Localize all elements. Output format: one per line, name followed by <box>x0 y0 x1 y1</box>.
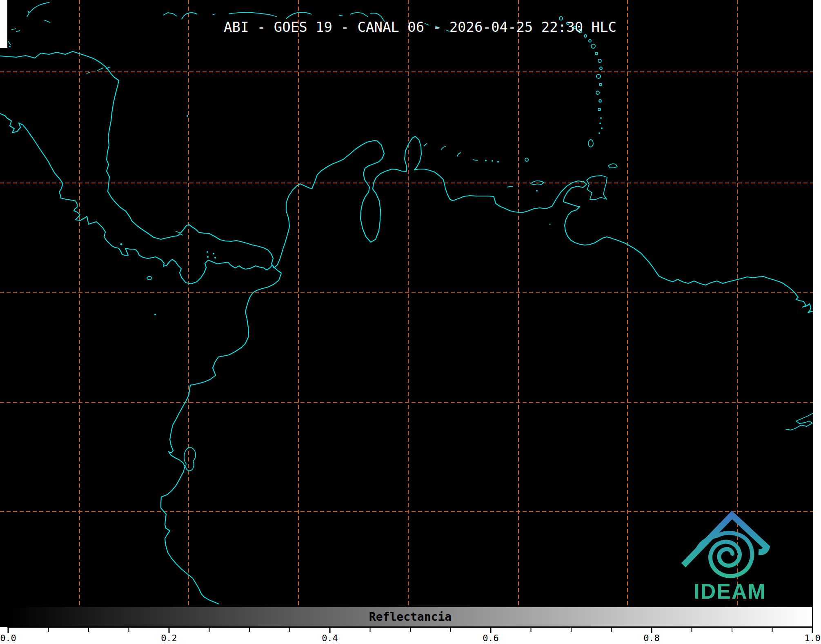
satellite-image-viewport: ABI - GOES 19 - CANAL 06 - 2026-04-25 22… <box>0 0 821 644</box>
colorbar-tick-label-2: 0.4 <box>322 633 338 643</box>
colorbar-tick-label-5: 1.0 <box>804 633 821 643</box>
nodata-strip-topleft <box>0 0 7 48</box>
logo-wordmark: IDEAM <box>694 579 766 603</box>
colorbar-tick-label-0: 0.0 <box>0 633 16 643</box>
nodata-strip-right <box>813 0 821 644</box>
colorbar-tick-label-1: 0.2 <box>161 633 177 643</box>
colorbar-title: Reflectancia <box>369 610 452 624</box>
satellite-map-canvas: ABI - GOES 19 - CANAL 06 - 2026-04-25 22… <box>0 0 821 644</box>
image-title: ABI - GOES 19 - CANAL 06 - 2026-04-25 22… <box>224 19 616 35</box>
colorbar-tick-label-4: 0.8 <box>643 633 660 643</box>
colorbar-tick-label-3: 0.6 <box>483 633 499 643</box>
